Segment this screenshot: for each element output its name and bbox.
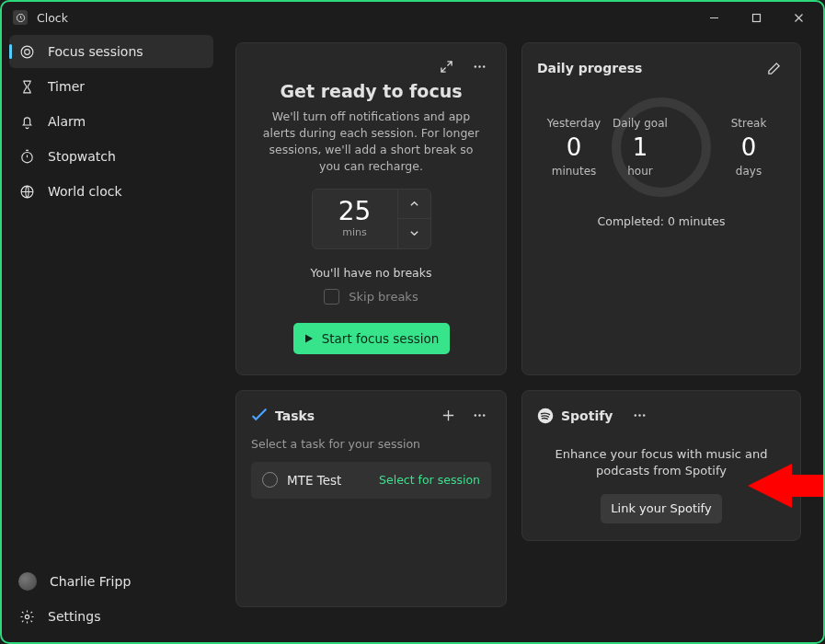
- task-select-action[interactable]: Select for session: [379, 473, 480, 487]
- sidebar-item-settings[interactable]: Settings: [9, 600, 213, 633]
- svg-point-6: [25, 615, 29, 618]
- spotify-message: Enhance your focus with music and podcas…: [544, 446, 778, 479]
- duration-selector[interactable]: 25 mins: [312, 189, 431, 249]
- svg-point-2: [21, 46, 33, 58]
- task-checkbox[interactable]: [262, 472, 278, 488]
- tasks-card: Tasks Select a task for your session MTE…: [235, 390, 507, 607]
- svg-point-4: [21, 152, 31, 162]
- svg-point-8: [478, 65, 480, 67]
- sidebar-item-focus-sessions[interactable]: Focus sessions: [9, 35, 213, 68]
- window-maximize-button[interactable]: [735, 4, 777, 31]
- stat-streak: Streak 0 days: [716, 117, 782, 178]
- svg-point-15: [478, 414, 480, 416]
- window-minimize-button[interactable]: [693, 4, 735, 31]
- start-focus-button[interactable]: Start focus session: [293, 323, 450, 354]
- add-task-button[interactable]: [436, 404, 460, 428]
- sidebar: Focus sessions Timer Alarm Stopwatch: [2, 33, 221, 642]
- focus-icon: [18, 44, 35, 60]
- task-name: MTE Test: [287, 473, 370, 488]
- svg-point-3: [24, 49, 29, 54]
- breaks-message: You'll have no breaks: [251, 266, 491, 280]
- hourglass-icon: [18, 79, 35, 95]
- sidebar-item-alarm[interactable]: Alarm: [9, 105, 213, 138]
- sidebar-item-label: Timer: [48, 79, 85, 94]
- start-button-label: Start focus session: [322, 331, 440, 346]
- task-row[interactable]: MTE Test Select for session: [251, 462, 491, 499]
- tasks-subtitle: Select a task for your session: [251, 437, 491, 451]
- daily-progress-title: Daily progress: [537, 61, 642, 75]
- sidebar-item-world-clock[interactable]: World clock: [9, 175, 213, 208]
- stat-yesterday: Yesterday 0 minutes: [541, 117, 607, 178]
- user-name: Charlie Fripp: [50, 574, 131, 589]
- sidebar-item-label: Settings: [48, 609, 100, 624]
- daily-progress-card: Daily progress Yesterday 0 minutes Daily…: [521, 42, 801, 375]
- bell-icon: [18, 114, 35, 130]
- focus-card: Get ready to focus We'll turn off notifi…: [235, 42, 507, 375]
- more-icon[interactable]: [467, 404, 491, 428]
- stopwatch-icon: [18, 149, 35, 165]
- app-title: Clock: [37, 11, 68, 25]
- svg-point-9: [482, 65, 484, 67]
- edit-icon[interactable]: [762, 56, 785, 80]
- avatar: [18, 572, 37, 591]
- app-icon: [13, 10, 28, 25]
- sidebar-item-stopwatch[interactable]: Stopwatch: [9, 140, 213, 173]
- duration-decrease-button[interactable]: [398, 219, 430, 248]
- sidebar-item-label: World clock: [48, 184, 122, 199]
- tasks-title: Tasks: [275, 408, 315, 423]
- daily-goal-ring: Daily goal 1 hour: [607, 93, 716, 201]
- sidebar-item-label: Focus sessions: [48, 44, 143, 59]
- more-icon[interactable]: [627, 404, 651, 428]
- titlebar: Clock: [2, 2, 823, 33]
- main-content: Get ready to focus We'll turn off notifi…: [221, 33, 823, 642]
- more-icon[interactable]: [467, 54, 491, 78]
- window-close-button[interactable]: [777, 4, 819, 31]
- spotify-icon: [537, 408, 554, 424]
- sidebar-item-label: Alarm: [48, 114, 86, 129]
- focus-description: We'll turn off notifications and app ale…: [258, 109, 484, 176]
- tasks-icon: [251, 408, 268, 424]
- duration-unit: mins: [342, 226, 366, 238]
- svg-rect-1: [752, 14, 760, 21]
- globe-icon: [18, 184, 35, 200]
- svg-point-12: [638, 414, 640, 416]
- duration-value: 25: [338, 199, 372, 224]
- link-spotify-button[interactable]: Link your Spotify: [601, 494, 722, 523]
- sidebar-user[interactable]: Charlie Fripp: [9, 565, 213, 598]
- duration-increase-button[interactable]: [398, 190, 430, 220]
- spotify-card: Spotify Enhance your focus with music an…: [521, 390, 801, 541]
- svg-point-11: [635, 414, 636, 416]
- gear-icon: [18, 609, 35, 625]
- svg-point-7: [474, 65, 476, 67]
- svg-point-13: [643, 414, 645, 416]
- daily-completed: Completed: 0 minutes: [537, 214, 785, 228]
- skip-breaks-checkbox[interactable]: [324, 289, 339, 305]
- svg-point-14: [474, 414, 476, 416]
- sidebar-item-label: Stopwatch: [48, 149, 116, 164]
- svg-point-16: [482, 414, 484, 416]
- skip-breaks-label: Skip breaks: [349, 290, 418, 304]
- expand-icon[interactable]: [434, 54, 458, 78]
- focus-title: Get ready to focus: [251, 81, 491, 101]
- spotify-title: Spotify: [561, 408, 613, 423]
- sidebar-item-timer[interactable]: Timer: [9, 70, 213, 103]
